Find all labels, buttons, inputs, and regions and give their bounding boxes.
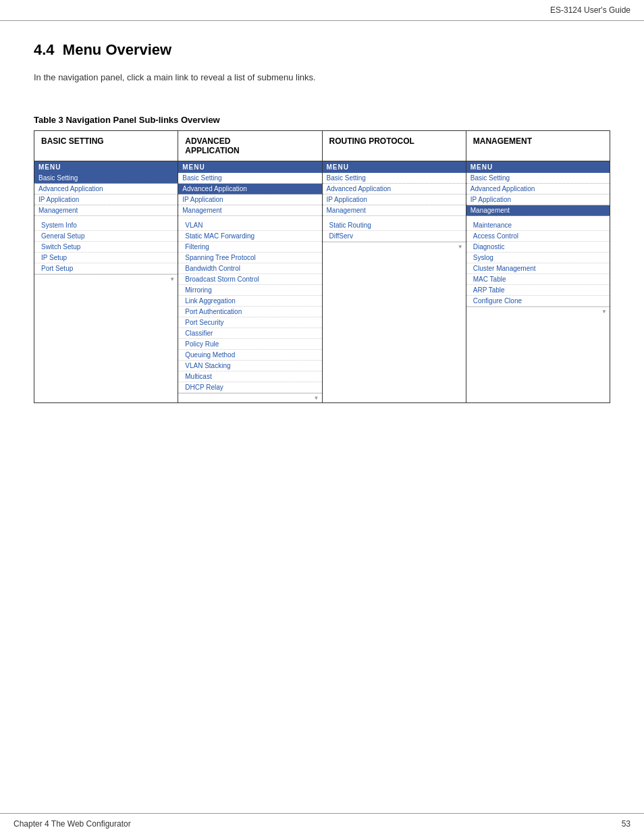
col-content-0: MENUBasic SettingAdvanced ApplicationIP … xyxy=(34,161,178,403)
menu-sub-item[interactable]: Broadcast Storm Control xyxy=(178,274,321,285)
menu-nav-item[interactable]: Management xyxy=(178,205,321,216)
col-header-3: MANAGEMENT xyxy=(466,131,610,161)
menu-sub-item[interactable]: Link Aggregation xyxy=(178,296,321,307)
menu-nav-item[interactable]: IP Application xyxy=(178,194,321,205)
col-content-3: MENUBasic SettingAdvanced ApplicationIP … xyxy=(466,161,610,403)
menu-sub-item[interactable]: DiffServ xyxy=(323,231,466,242)
menu-nav-item[interactable]: Advanced Application xyxy=(34,184,178,194)
menu-sub-item[interactable]: Bandwidth Control xyxy=(178,263,321,274)
menu-nav-item[interactable]: Basic Setting xyxy=(323,173,466,184)
table-caption: Table 3 Navigation Panel Sub-links Overv… xyxy=(34,115,610,125)
menu-sub-item[interactable]: Filtering xyxy=(178,242,321,253)
menu-sub-item[interactable]: Diagnostic xyxy=(466,242,610,253)
menu-nav-item[interactable]: IP Application xyxy=(34,194,178,205)
col-header-0: BASIC SETTING xyxy=(34,131,178,161)
menu-nav-item[interactable]: IP Application xyxy=(323,194,466,205)
col-header-1: ADVANCEDAPPLICATION xyxy=(178,131,322,161)
menu-sub-item[interactable]: Maintenance xyxy=(466,220,610,231)
menu-sub-item[interactable]: VLAN Stacking xyxy=(178,361,321,371)
menu-sub-item[interactable]: Spanning Tree Protocol xyxy=(178,253,321,263)
header-title: ES-3124 User's Guide xyxy=(550,5,630,15)
menu-nav-item[interactable]: Advanced Application xyxy=(466,184,610,194)
menu-nav-item[interactable]: Management xyxy=(34,205,178,216)
menu-sub-item[interactable]: Classifier xyxy=(178,328,321,339)
menu-sub-item[interactable]: Policy Rule xyxy=(178,339,321,350)
menu-sub-item[interactable]: Switch Setup xyxy=(34,242,178,253)
menu-sub-item[interactable]: Configure Clone xyxy=(466,296,610,307)
menu-sub-item[interactable]: DHCP Relay xyxy=(178,382,321,393)
menu-nav-item[interactable]: Basic Setting xyxy=(34,173,178,184)
menu-nav-item[interactable]: Management xyxy=(323,205,466,216)
menu-sub-item[interactable]: ARP Table xyxy=(466,285,610,296)
menu-sub-item[interactable]: Port Security xyxy=(178,317,321,328)
intro-text: In the navigation panel, click a main li… xyxy=(34,72,610,82)
menu-sub-item[interactable]: VLAN xyxy=(178,220,321,231)
menu-sub-item[interactable]: MAC Table xyxy=(466,274,610,285)
menu-sub-item[interactable]: Multicast xyxy=(178,371,321,382)
menu-nav-item[interactable]: IP Application xyxy=(466,194,610,205)
menu-sub-item[interactable]: Queuing Method xyxy=(178,350,321,361)
menu-sub-item[interactable]: General Setup xyxy=(34,231,178,242)
menu-sub-item[interactable]: System Info xyxy=(34,220,178,231)
footer-right: 53 xyxy=(622,819,630,829)
menu-sub-item[interactable]: Port Authentication xyxy=(178,307,321,317)
menu-nav-item[interactable]: Basic Setting xyxy=(178,173,321,184)
col-content-1: MENUBasic SettingAdvanced ApplicationIP … xyxy=(178,161,322,403)
col-header-2: ROUTING PROTOCOL xyxy=(322,131,466,161)
footer-left: Chapter 4 The Web Configurator xyxy=(14,819,131,829)
menu-nav-item[interactable]: Management xyxy=(466,205,610,216)
menu-sub-item[interactable]: Mirroring xyxy=(178,285,321,296)
menu-sub-item[interactable]: Cluster Management xyxy=(466,263,610,274)
menu-sub-item[interactable]: Access Control xyxy=(466,231,610,242)
menu-nav-item[interactable]: Advanced Application xyxy=(178,184,321,194)
section-title: 4.4 Menu Overview xyxy=(34,41,610,59)
nav-table: BASIC SETTINGADVANCEDAPPLICATIONROUTING … xyxy=(34,130,610,403)
col-content-2: MENUBasic SettingAdvanced ApplicationIP … xyxy=(322,161,466,403)
menu-sub-item[interactable]: Static Routing xyxy=(323,220,466,231)
menu-sub-item[interactable]: IP Setup xyxy=(34,253,178,263)
menu-sub-item[interactable]: Port Setup xyxy=(34,263,178,274)
menu-nav-item[interactable]: Basic Setting xyxy=(466,173,610,184)
menu-nav-item[interactable]: Advanced Application xyxy=(323,184,466,194)
menu-sub-item[interactable]: Static MAC Forwarding xyxy=(178,231,321,242)
menu-sub-item[interactable]: Syslog xyxy=(466,253,610,263)
